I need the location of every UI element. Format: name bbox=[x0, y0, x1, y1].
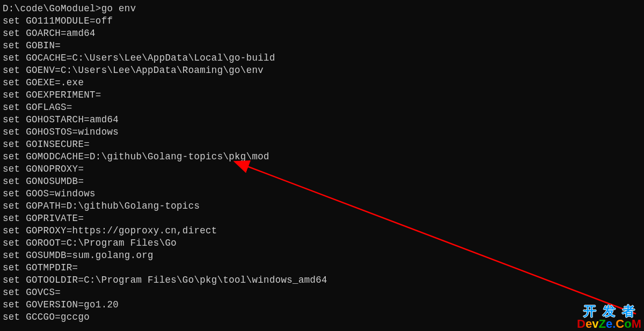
output-line: set GOFLAGS= bbox=[3, 101, 641, 114]
output-line: set GOBIN= bbox=[3, 40, 641, 52]
output-line: set GOVERSION=go1.20 bbox=[3, 299, 641, 311]
output-line: set GOINSECURE= bbox=[3, 138, 641, 151]
terminal-output: D:\code\GoModuel>go env set GO111MODULE=… bbox=[3, 3, 641, 323]
output-line: set GOHOSTOS=windows bbox=[3, 126, 641, 138]
output-line: set GOEXPERIMENT= bbox=[3, 89, 641, 101]
watermark-en-text: DevZe.CoM bbox=[577, 318, 641, 330]
output-line: set GOTOOLDIR=C:\Program Files\Go\pkg\to… bbox=[3, 274, 641, 286]
output-line: set GOVCS= bbox=[3, 286, 641, 299]
prompt-line: D:\code\GoModuel>go env bbox=[3, 3, 641, 15]
output-line: set GOROOT=C:\Program Files\Go bbox=[3, 237, 641, 249]
output-line: set GOEXE=.exe bbox=[3, 77, 641, 89]
output-line: set GOARCH=amd64 bbox=[3, 27, 641, 40]
output-line: set GOPRIVATE= bbox=[3, 212, 641, 225]
output-line: set GO111MODULE=off bbox=[3, 15, 641, 27]
output-line: set GOMODCACHE=D:\github\Golang-topics\p… bbox=[3, 151, 641, 163]
watermark-logo: 开发者 DevZe.CoM bbox=[577, 304, 641, 330]
output-line: set GOSUMDB=sum.golang.org bbox=[3, 249, 641, 262]
output-line: set GOHOSTARCH=amd64 bbox=[3, 114, 641, 126]
output-line: set GONOPROXY= bbox=[3, 163, 641, 175]
output-line: set GOCACHE=C:\Users\Lee\AppData\Local\g… bbox=[3, 52, 641, 64]
output-line: set GCCGO=gccgo bbox=[3, 311, 641, 323]
output-line: set GOPATH=D:\github\Golang-topics bbox=[3, 200, 641, 212]
output-line: set GOTMPDIR= bbox=[3, 262, 641, 274]
output-line: set GOPROXY=https://goproxy.cn,direct bbox=[3, 225, 641, 237]
output-line: set GOOS=windows bbox=[3, 188, 641, 200]
watermark-cn-text: 开发者 bbox=[577, 304, 641, 318]
output-line: set GOENV=C:\Users\Lee\AppData\Roaming\g… bbox=[3, 64, 641, 77]
output-line: set GONOSUMDB= bbox=[3, 175, 641, 188]
